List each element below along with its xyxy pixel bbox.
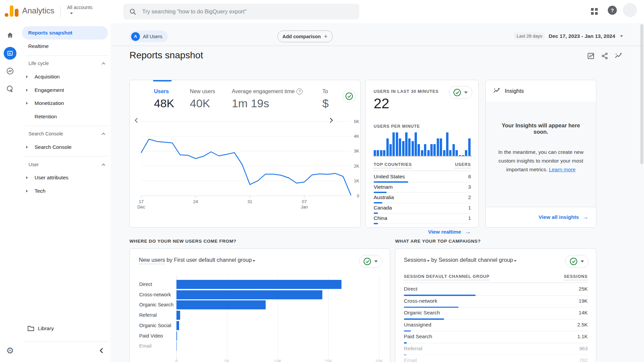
sidebar-item-acquisition[interactable]: Acquisition — [20, 70, 111, 83]
svg-text:3K: 3K — [354, 148, 359, 154]
country-name: China — [374, 215, 387, 224]
home-icon[interactable] — [4, 29, 16, 42]
sessions-column-header[interactable]: SESSIONS — [564, 274, 588, 280]
channel-label: Direct — [139, 282, 152, 287]
users-trend-line-chart: 5K4K3K2K1K017Dec243107Jan — [130, 115, 361, 213]
users-per-minute-bar — [446, 132, 448, 156]
users-per-minute-bar — [399, 138, 401, 156]
google-apps-icon[interactable] — [591, 8, 598, 15]
users-per-minute-bar — [465, 150, 467, 156]
search-bar[interactable] — [123, 4, 359, 19]
sessions-table: Direct25KCross-network19KOrganic Search1… — [404, 284, 588, 362]
add-comparison-button[interactable]: Add comparison + — [277, 31, 333, 42]
sidebar-item-library[interactable]: Library — [20, 322, 111, 335]
data-quality-pill[interactable] — [359, 255, 382, 268]
sidebar-item-label: Reports snapshot — [28, 30, 72, 36]
data-quality-pill[interactable] — [449, 86, 472, 99]
sidebar-section-search-console[interactable]: Search Console — [29, 130, 105, 137]
insights-title: Insights — [505, 88, 524, 94]
data-quality-badge[interactable] — [342, 89, 356, 103]
channel-label: Cross-network — [139, 292, 171, 297]
sessions-value: 1.1K — [577, 334, 588, 343]
top-bar: Analytics All accounts ? — [0, 0, 644, 23]
sidebar-item-realtime[interactable]: Realtime — [20, 40, 111, 53]
learn-more-link[interactable]: Learn more — [549, 167, 576, 172]
channel-name: Email — [404, 357, 417, 362]
sidebar-item-search-console[interactable]: Search Console — [20, 140, 111, 154]
date-range-selector[interactable]: Last 28 days Dec 17, 2023 - Jan 13, 2024 — [514, 33, 623, 40]
sidebar-item-user-attributes[interactable]: User attributes — [20, 171, 111, 184]
sessions-value: 2.5K — [577, 322, 588, 331]
account-switcher[interactable]: All accounts — [67, 5, 92, 14]
all-users-comparison-chip[interactable]: A All Users — [129, 31, 168, 42]
chevron-down-icon — [374, 260, 378, 262]
insights-card: Insights Your Insights will appear here … — [485, 80, 596, 228]
collapse-sidebar-icon[interactable] — [99, 348, 103, 354]
explore-icon[interactable] — [4, 65, 16, 77]
sidebar-item-retention[interactable]: Retention — [20, 110, 111, 123]
users-per-minute-chart — [374, 131, 472, 157]
comparison-badge: A — [131, 32, 140, 41]
campaigns-section-heading: WHAT ARE YOUR TOP CAMPAIGNS? — [395, 239, 481, 244]
insights-icon[interactable] — [614, 52, 623, 60]
sidebar-item-monetization[interactable]: Monetization — [20, 97, 111, 110]
channel-label: Email — [139, 343, 152, 349]
expand-arrow-icon — [26, 75, 28, 78]
session-row: Cross-network19K — [404, 296, 588, 308]
channel-group-column-header[interactable]: SESSION DEFAULT CHANNEL GROUP — [404, 274, 490, 280]
data-quality-pill[interactable] — [565, 255, 589, 268]
sessions-value: 19K — [579, 298, 588, 307]
help-tooltip-icon[interactable]: ? — [297, 88, 303, 95]
users-per-minute-bar — [380, 150, 382, 156]
sidebar-item-tech[interactable]: Tech — [20, 184, 111, 198]
help-icon[interactable]: ? — [608, 6, 617, 15]
metric-selector[interactable]: New users — [139, 257, 165, 264]
admin-gear-icon[interactable]: ⚙ — [4, 344, 16, 357]
channel-bar — [176, 290, 322, 299]
sessions-value: 14K — [579, 310, 588, 319]
metric-new-users[interactable]: New users 40K — [190, 88, 215, 110]
metric-selector[interactable]: Sessions — [404, 257, 426, 263]
share-icon[interactable] — [601, 52, 609, 60]
new-users-section-heading: WHERE DO YOUR NEW USERS COME FROM? — [129, 239, 236, 244]
insights-icon — [493, 87, 500, 95]
top-countries-column-header[interactable]: TOP COUNTRIES — [374, 162, 412, 168]
top-countries-header: TOP COUNTRIES USERS — [374, 162, 471, 171]
users-per-minute-label: USERS PER MINUTE — [374, 124, 420, 129]
arrow-right-icon: → — [582, 214, 589, 221]
view-all-insights-link[interactable]: View all insights — [539, 214, 579, 220]
sidebar-item-reports-snapshot[interactable]: Reports snapshot — [22, 26, 108, 40]
realtime-title: USERS IN LAST 30 MINUTES — [374, 89, 441, 95]
x-axis-tick-label: 15K — [318, 359, 338, 362]
avatar[interactable] — [623, 3, 637, 17]
country-users: 1 — [468, 205, 471, 213]
x-axis-tick-label: 10K — [268, 359, 288, 362]
sidebar-section-lifecycle[interactable]: Life cycle — [29, 60, 105, 67]
advertising-icon[interactable] — [4, 82, 16, 95]
chevron-down-icon[interactable] — [253, 260, 255, 262]
scrollbar-thumb[interactable] — [640, 24, 643, 164]
sessions-value: 963 — [579, 346, 588, 355]
svg-text:17: 17 — [139, 199, 144, 204]
metric-avg-engagement-time[interactable]: Average engagement time ? 1m 19s — [232, 88, 303, 110]
navigation-rail: ⚙ — [0, 23, 20, 362]
metric-total-revenue-partial[interactable]: To $ — [322, 88, 329, 110]
sidebar-section-user[interactable]: User — [29, 161, 105, 168]
google-analytics-logo[interactable] — [5, 5, 18, 17]
reports-icon[interactable] — [4, 47, 16, 60]
users-per-minute-bar — [412, 141, 414, 156]
channel-name: Direct — [404, 286, 417, 295]
customize-report-icon[interactable] — [587, 52, 595, 60]
country-bar — [374, 223, 378, 224]
search-input[interactable] — [142, 8, 353, 15]
chevron-down-icon[interactable] — [514, 260, 517, 262]
insights-headline: Your Insights will appear here soon. — [497, 122, 585, 135]
x-axis-tick-label: 20K — [369, 359, 389, 362]
view-realtime-link[interactable]: View realtime→ — [428, 228, 471, 236]
metric-users[interactable]: Users 48K — [154, 88, 174, 110]
sidebar-item-engagement[interactable]: Engagement — [20, 83, 111, 97]
svg-text:0: 0 — [357, 193, 359, 198]
chevron-down-icon[interactable] — [427, 260, 430, 262]
users-per-minute-bar — [462, 155, 464, 156]
users-column-header[interactable]: USERS — [455, 162, 471, 168]
